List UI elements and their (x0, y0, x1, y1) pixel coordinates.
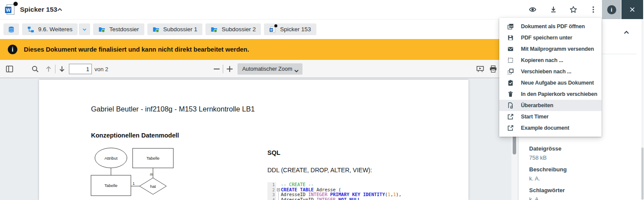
zoom-select[interactable]: Automatischer Zoom (237, 63, 302, 75)
collapse-panel-chevron-up-icon[interactable] (623, 29, 630, 36)
menu-item-label: Kopieren nach ... (521, 57, 563, 63)
chevron-down-icon (294, 68, 299, 70)
breadcrumb-dropdown-toggle[interactable] (79, 23, 90, 35)
menu-item-label: PDF speichern unter (521, 35, 572, 41)
document-section-heading: Konzeptionellen Datenmodell (91, 132, 179, 139)
menu-item-label: Dokument als PDF öffnen (521, 23, 585, 30)
menu-item-label: Example document (521, 125, 569, 131)
breadcrumb-item-testdossier[interactable]: Testdossier (93, 23, 144, 35)
fold-gutter (276, 197, 281, 200)
breadcrumb-item-subdossier-1[interactable]: Subdossier 1 (147, 23, 203, 35)
toolbar-divider (55, 65, 55, 73)
page-title: Spicker 153 (20, 6, 57, 13)
field-label-schlagwoerter: Schlagwörter (529, 187, 565, 193)
chevron-up-icon[interactable] (56, 6, 63, 13)
code-token: CREATE TABLE (281, 187, 314, 192)
toolbar-divider (223, 65, 223, 73)
diagram-cardinality-m: m (150, 172, 153, 177)
sidebar-toggle-icon[interactable] (6, 65, 13, 73)
diagram-cardinality-1: 1 (133, 181, 135, 186)
page-count-label: von 2 (94, 66, 108, 72)
download-icon[interactable] (550, 6, 557, 13)
menu-item-move-to-trash[interactable]: In den Papierkorb verschieben (499, 89, 602, 100)
breadcrumb-item-subdossier-2[interactable]: Subdossier 2 (205, 23, 261, 35)
menu-item-send-via-mail[interactable]: Mit Mailprogramm versenden (499, 43, 602, 55)
fold-scope-line (278, 197, 279, 200)
menu-item-label: Start Timer (521, 114, 549, 120)
menu-item-example-document[interactable]: Example document (499, 122, 602, 134)
menu-item-copy-to[interactable]: Kopieren nach ... (499, 55, 602, 66)
field-value-schlagwoerter: k. A. (529, 196, 540, 200)
menu-item-revise[interactable]: Überarbeiten (499, 100, 602, 111)
document-title: Gabriel Beutler - inf2108g - M153 Lernko… (91, 105, 255, 113)
zoom-select-value: Automatischer Zoom (242, 66, 292, 72)
menu-item-label: Überarbeiten (521, 102, 553, 108)
breadcrumb-label: Subdossier 1 (163, 26, 198, 33)
app-window: W Spicker 153 (0, 0, 644, 200)
revise-icon (507, 102, 514, 109)
structure-icon (27, 26, 34, 33)
pdf-icon: PDF (507, 23, 514, 30)
breadcrumb-label: Spicker 153 (280, 26, 311, 33)
pdf-viewer: Gabriel Beutler - inf2108g - M153 Lernko… (0, 78, 518, 200)
menu-item-start-timer[interactable]: Start Timer (499, 111, 602, 122)
finalized-banner: i Dieses Dokument wurde finalisiert und … (0, 39, 518, 60)
fold-gutter (276, 192, 281, 197)
breadcrumb-label: Subdossier 2 (221, 26, 256, 33)
menu-item-label: In den Papierkorb verschieben (521, 91, 597, 97)
zoom-in-icon[interactable] (226, 65, 234, 73)
chevron-down-icon (81, 26, 88, 33)
breadcrumb-label: 9.6. Weiteres (38, 26, 72, 33)
info-icon: i (607, 5, 616, 14)
code-token: AdresseTypID (281, 197, 316, 200)
diagram-diamond-label: hat (150, 184, 156, 189)
folder-icon (153, 26, 159, 33)
er-diagram: Attribut Tabelle Tabelle hat m 1 (88, 144, 201, 200)
menu-item-open-as-pdf[interactable]: PDF Dokument als PDF öffnen (499, 21, 602, 32)
line-number: 1 (267, 182, 276, 187)
code-token: ), (396, 192, 402, 197)
star-icon[interactable] (569, 6, 577, 13)
breadcrumb-item-spicker[interactable]: W Spicker 153 (264, 23, 316, 35)
fold-marker[interactable] (277, 188, 280, 191)
word-doc-icon: W (269, 26, 276, 33)
external-link-icon (507, 125, 514, 131)
pdf-page: Gabriel Beutler - inf2108g - M153 Lernko… (39, 80, 468, 200)
page-up-icon[interactable] (45, 65, 52, 73)
menu-item-label: Mit Mailprogramm versenden (521, 46, 594, 52)
ddl-label: DDL (CREATE, DROP, ALTER, VIEW): (267, 167, 372, 174)
save-icon (507, 34, 514, 41)
diagram-rect-top-label: Tabelle (146, 156, 159, 161)
document-actions-menu: PDF Dokument als PDF öffnen PDF speicher… (499, 18, 602, 137)
code-token: Adresse ( (314, 187, 341, 192)
code-token: PRIMARY KEY IDENTITY (330, 192, 385, 197)
search-icon[interactable] (31, 65, 39, 73)
breadcrumb-root[interactable] (3, 23, 19, 35)
copy-icon (507, 57, 514, 64)
close-button[interactable] (621, 0, 643, 19)
kebab-menu-icon[interactable] (589, 6, 597, 13)
field-label-dateigroesse: Dateigrösse (529, 145, 561, 152)
sidebar-scrollbar-thumb[interactable] (641, 148, 644, 200)
menu-item-new-task-from-document[interactable]: Neue Aufgabe aus Dokument (499, 77, 602, 89)
code-token: -- CREATE -- (281, 182, 314, 187)
page-down-icon[interactable] (58, 65, 66, 73)
presentation-mode-icon[interactable] (476, 65, 484, 73)
code-token: INTEGER (308, 192, 327, 197)
print-icon[interactable] (489, 65, 497, 73)
menu-item-save-pdf-as[interactable]: PDF speichern unter (499, 32, 602, 43)
eye-icon[interactable] (529, 6, 537, 13)
zoom-out-icon[interactable] (213, 65, 221, 73)
sql-code-block: 1 -- CREATE -- 2 CREATE TABLE Adresse ( … (267, 182, 428, 200)
document-status-dot (13, 2, 18, 6)
page-number-input[interactable] (69, 64, 92, 74)
menu-item-move-to[interactable]: Verschieben nach ... (499, 66, 602, 77)
field-label-beschreibung: Beschreibung (529, 166, 567, 173)
breadcrumb-item-weiteres[interactable]: 9.6. Weiteres (22, 23, 78, 35)
diagram-rect-bottom-label: Tabelle (104, 183, 117, 188)
field-value-beschreibung: k. A. (529, 175, 540, 182)
info-button[interactable]: i (602, 0, 621, 19)
document-status-dot (274, 24, 277, 27)
menu-item-label: Verschieben nach ... (521, 69, 571, 75)
breadcrumb-label: Testdossier (109, 26, 139, 33)
